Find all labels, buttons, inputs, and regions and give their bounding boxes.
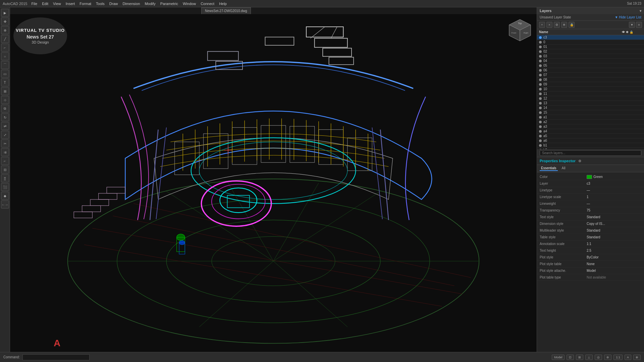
menu-connect[interactable]: Connect: [201, 2, 214, 6]
layer-row-a2[interactable]: a2: [537, 120, 644, 124]
tool-hatch[interactable]: ⊞: [1, 87, 9, 95]
prop-row-table-style[interactable]: Table style Standard: [537, 234, 644, 241]
layer-search-area[interactable]: [537, 149, 644, 157]
props-icon-btn[interactable]: ⚙: [578, 159, 581, 163]
menu-view[interactable]: View: [53, 2, 61, 6]
snap-btn[interactable]: ⊡: [567, 355, 574, 360]
prop-row-layer[interactable]: Layer c3: [537, 180, 644, 187]
layer-row-a4[interactable]: a4: [537, 129, 644, 134]
tool-polyline[interactable]: ⌐: [1, 44, 9, 52]
prop-row-text-style[interactable]: Text style Standard: [537, 214, 644, 221]
tool-fillet[interactable]: ⌐: [1, 157, 9, 165]
layer-lock-btn[interactable]: 🔒: [569, 22, 575, 28]
layer-row-b1[interactable]: b1: [537, 143, 644, 148]
layer-row-03[interactable]: 03: [537, 54, 644, 59]
tool-trim[interactable]: ✂: [1, 139, 9, 147]
menu-format[interactable]: Format: [79, 2, 91, 6]
tool-offset[interactable]: ⊟: [1, 166, 9, 174]
cube-navigator[interactable]: Top Front Right: [506, 17, 533, 44]
menu-insert[interactable]: Insert: [66, 2, 75, 6]
file-tab[interactable]: NewsSet-27-DWG2010.dwg: [201, 7, 251, 14]
layer-search-input[interactable]: [540, 150, 641, 156]
layer-row-c3[interactable]: c3: [537, 35, 644, 40]
polar-btn[interactable]: ◎: [595, 355, 602, 360]
tool-zoom[interactable]: ⊕: [1, 26, 9, 34]
ortho-btn[interactable]: ⊥: [585, 355, 593, 360]
hide-layer-list-btn[interactable]: ▼ Hide Layer List: [615, 15, 641, 19]
layer-row-a3[interactable]: a3: [537, 124, 644, 129]
command-input[interactable]: [22, 354, 90, 360]
menu-parametric[interactable]: Parametric: [160, 2, 178, 6]
tab-essentials[interactable]: Essentials: [540, 166, 558, 171]
tool-array[interactable]: ⣿: [1, 174, 9, 182]
tool-circle[interactable]: ○: [1, 52, 9, 60]
prop-row-multileader-style[interactable]: Multileader style Standard: [537, 227, 644, 234]
menu-edit[interactable]: Edit: [42, 2, 48, 6]
layer-props-btn[interactable]: ⚙: [554, 22, 560, 28]
annotation-scale-btn[interactable]: A: [625, 355, 631, 360]
prop-row-plot-style-table[interactable]: Plot style table None: [537, 261, 644, 267]
new-layer-btn[interactable]: +: [539, 22, 545, 28]
layer-row-02[interactable]: 02: [537, 49, 644, 54]
prop-row-annotation-scale[interactable]: Annotation scale 1:1: [537, 241, 644, 247]
tool-select[interactable]: ▶: [1, 9, 9, 17]
prop-row-plot-style[interactable]: Plot style ByColor: [537, 254, 644, 261]
menu-dimension[interactable]: Dimension: [122, 2, 140, 6]
menu-tools[interactable]: Tools: [96, 2, 105, 6]
layer-row-a6[interactable]: a6: [537, 138, 644, 143]
tool-text[interactable]: T: [1, 78, 9, 86]
tool-scale[interactable]: ⤢: [1, 131, 9, 139]
layers-collapse-btn[interactable]: ▾: [640, 9, 641, 13]
layer-row-10[interactable]: 10: [537, 87, 644, 92]
layer-row-01[interactable]: 01: [537, 45, 644, 49]
layer-row-07[interactable]: 07: [537, 73, 644, 77]
tool-extrude[interactable]: ⬛: [1, 183, 9, 191]
layer-row-14[interactable]: 14: [537, 106, 644, 110]
tool-rect[interactable]: ▭: [1, 70, 9, 78]
prop-row-plot-style-attache[interactable]: Plot style attache. Model: [537, 267, 644, 274]
tool-arc[interactable]: ⌒: [1, 61, 9, 69]
menu-help[interactable]: Help: [219, 2, 227, 6]
layer-row-09[interactable]: 09: [537, 82, 644, 87]
layer-row-05[interactable]: 05: [537, 63, 644, 68]
prop-row-lineweight[interactable]: Lineweight —: [537, 200, 644, 207]
layer-filter-btn[interactable]: ▼: [629, 22, 635, 28]
prop-row-linetype-scale[interactable]: Linetype scale 1: [537, 194, 644, 200]
layer-row-0[interactable]: 0: [537, 40, 644, 45]
tool-extend[interactable]: ⇉: [1, 148, 9, 156]
osnap-btn[interactable]: ⊛: [604, 355, 611, 360]
delete-layer-btn[interactable]: ×: [546, 22, 552, 28]
tool-dimension[interactable]: ←→: [1, 200, 9, 208]
tool-line[interactable]: ╱: [1, 35, 9, 43]
canvas-area[interactable]: VIRTUAL TV STUDIO News Set 27 3D Design: [10, 14, 537, 352]
tool-pan[interactable]: ✥: [1, 17, 9, 25]
prop-row-color[interactable]: Color Green: [537, 174, 644, 180]
layer-row-13[interactable]: 13: [537, 101, 644, 106]
tool-copy[interactable]: ⧉: [1, 105, 9, 113]
layer-row-11[interactable]: 11: [537, 92, 644, 96]
layer-row-08[interactable]: 08: [537, 77, 644, 82]
menu-draw[interactable]: Draw: [109, 2, 118, 6]
layers-list[interactable]: c3 0 01 02 03 04 05 06: [537, 35, 644, 149]
prop-row-text-height[interactable]: Text height 2.5: [537, 247, 644, 254]
layer-row-04[interactable]: 04: [537, 59, 644, 63]
tool-move[interactable]: ⊹: [1, 96, 9, 104]
tab-all[interactable]: All: [560, 166, 567, 171]
layer-row-06[interactable]: 06: [537, 68, 644, 73]
layer-row-a5[interactable]: a5: [537, 134, 644, 138]
prop-row-transparency[interactable]: Transparency 75: [537, 207, 644, 214]
menu-file[interactable]: File: [31, 2, 37, 6]
layer-row-a1[interactable]: a1: [537, 115, 644, 120]
grid-btn[interactable]: ⊞: [576, 355, 583, 360]
layer-freeze-btn[interactable]: ❄: [561, 22, 567, 28]
zoom-btn[interactable]: ⊕: [633, 355, 641, 360]
menu-modify[interactable]: Modify: [145, 2, 155, 6]
tool-rotate[interactable]: ↻: [1, 113, 9, 121]
layer-row-15[interactable]: 15: [537, 110, 644, 115]
prop-row-dim-style[interactable]: Dimension style Copy of IS...: [537, 221, 644, 227]
menu-window[interactable]: Window: [183, 2, 196, 6]
tool-3dsolid[interactable]: ◆: [1, 192, 9, 200]
layer-settings-btn[interactable]: ≡: [636, 22, 642, 28]
layer-row-12[interactable]: 12: [537, 96, 644, 101]
model-space-btn[interactable]: Model: [552, 355, 565, 360]
